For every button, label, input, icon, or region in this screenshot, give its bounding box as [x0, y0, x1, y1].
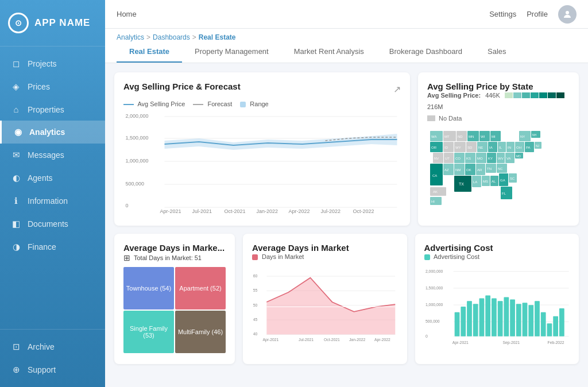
main-content: Home Settings Profile Analytics > Dashbo… [105, 0, 588, 387]
svg-text:MI: MI [492, 135, 496, 138]
svg-text:2,000,000: 2,000,000 [126, 113, 149, 119]
svg-text:UT: UT [445, 157, 450, 160]
treemap-total-label: Total Days in Market: 51 [134, 254, 202, 261]
sidebar-icon: ✉ [10, 150, 22, 160]
svg-text:MD: MD [516, 154, 521, 158]
svg-text:1,000,000: 1,000,000 [425, 303, 443, 307]
bottom-row: Average Days in Marke... ⊞ Total Days in… [114, 234, 579, 364]
breadcrumb: Analytics > Dashboards > Real Estate [105, 29, 588, 41]
card-avg-price: Avg Selling Price & Forecast ↗ Avg Selli… [114, 72, 410, 226]
tab-real-estate[interactable]: Real Estate [117, 41, 182, 63]
svg-text:40: 40 [253, 332, 258, 336]
svg-text:OR: OR [431, 146, 437, 149]
svg-rect-142 [510, 300, 515, 336]
svg-text:MT: MT [444, 135, 450, 138]
treemap-total: ⊞ Total Days in Market: 51 [123, 253, 226, 262]
svg-text:ID: ID [444, 146, 448, 149]
svg-rect-138 [485, 296, 490, 336]
svg-text:AK: AK [433, 190, 438, 194]
svg-text:VA: VA [506, 157, 511, 160]
sidebar-item-label: Agents [28, 173, 53, 183]
sidebar-item-information[interactable]: ℹ Information [0, 189, 105, 212]
tab-brokerage-dashboard[interactable]: Brokerage Dashboard [377, 41, 475, 63]
sidebar-item-label: Analytics [29, 127, 65, 137]
svg-text:WI: WI [481, 135, 485, 138]
svg-text:TX: TX [459, 182, 464, 186]
app-name: APP NAME [34, 17, 90, 29]
advertising-title: Advertising Cost [424, 243, 493, 253]
svg-text:HI: HI [431, 200, 435, 203]
svg-text:1,500,000: 1,500,000 [126, 135, 149, 141]
svg-text:KY: KY [488, 157, 493, 160]
svg-text:500,000: 500,000 [425, 320, 439, 324]
tab-property-management[interactable]: Property Management [182, 41, 281, 63]
sidebar-icon: ◉ [12, 127, 24, 137]
legend-forecast: Forecast [193, 100, 232, 107]
svg-text:1,000,000: 1,000,000 [126, 158, 149, 164]
svg-text:2,000,000: 2,000,000 [425, 269, 443, 273]
sidebar-item-support[interactable]: ⊕ Support [0, 358, 105, 381]
sidebar-icon: ⊕ [10, 365, 22, 375]
svg-text:ND: ND [458, 135, 463, 138]
avg-price-chart: 2,000,000 1,500,000 1,000,000 500,000 0 … [123, 111, 401, 214]
svg-text:Jul-2021: Jul-2021 [192, 208, 212, 214]
expand-button[interactable]: ↗ [393, 84, 401, 95]
svg-text:AZ: AZ [444, 168, 449, 172]
content-header: Analytics > Dashboards > Real Estate Rea… [105, 29, 588, 63]
svg-rect-140 [497, 301, 502, 336]
svg-text:LA: LA [473, 180, 477, 184]
tab-sales[interactable]: Sales [475, 41, 519, 63]
svg-text:1,500,000: 1,500,000 [425, 286, 443, 290]
map-legend: Avg Selling Price: 446K 216M [427, 92, 570, 110]
home-link[interactable]: Home [117, 10, 137, 18]
sidebar-item-documents[interactable]: ◧ Documents [0, 212, 105, 235]
sidebar-item-prices[interactable]: ◈ Prices [0, 75, 105, 98]
top-nav: Home Settings Profile [105, 0, 588, 29]
breadcrumb-sep1: > [146, 33, 150, 41]
sidebar-item-finance[interactable]: ◑ Finance [0, 235, 105, 258]
settings-link[interactable]: Settings [489, 10, 516, 18]
tab-market-rent-analysis[interactable]: Market Rent Analysis [281, 41, 377, 63]
sidebar-item-properties[interactable]: ⌂ Properties [0, 98, 105, 121]
svg-text:Apr-2021: Apr-2021 [263, 338, 279, 342]
svg-text:WY: WY [455, 146, 461, 149]
treemap-singlefamily: Single Family (53) [123, 311, 174, 353]
svg-text:AR: AR [477, 168, 482, 172]
svg-text:AL: AL [492, 180, 496, 183]
map-title: Avg Selling Price by State [427, 82, 533, 91]
sidebar-icon: ◧ [10, 219, 22, 229]
card-advertising: Advertising Cost Advertising Cost 2,000,… [415, 234, 579, 364]
sidebar-item-projects[interactable]: ◻ Projects [0, 52, 105, 75]
user-avatar[interactable] [558, 5, 577, 24]
sidebar-item-label: Finance [28, 242, 56, 251]
svg-text:50: 50 [253, 303, 258, 307]
breadcrumb-analytics[interactable]: Analytics [117, 33, 144, 41]
legend-avg-selling: Avg Selling Price [123, 100, 185, 107]
svg-marker-117 [266, 278, 395, 335]
treemap-title: Average Days in Marke... [123, 243, 225, 253]
svg-text:Sep-2021: Sep-2021 [502, 341, 520, 346]
svg-text:IA: IA [489, 146, 493, 149]
map-no-data: No Data [427, 115, 570, 122]
breadcrumb-sep2: > [192, 33, 196, 41]
svg-text:Apr-2022: Apr-2022 [374, 338, 390, 342]
breadcrumb-dashboards[interactable]: Dashboards [153, 33, 190, 41]
sidebar-icon: ⌂ [10, 105, 22, 114]
sidebar-item-archive[interactable]: ⊡ Archive [0, 335, 105, 358]
sidebar-item-messages[interactable]: ✉ Messages [0, 144, 105, 167]
svg-text:NH: NH [532, 133, 537, 137]
treemap-grid: Townhouse (54) Apartment (52) Single Fam… [123, 267, 226, 353]
no-data-box [427, 115, 435, 121]
profile-link[interactable]: Profile [527, 10, 548, 18]
sidebar-item-analytics[interactable]: ◉ Analytics [0, 121, 105, 144]
sidebar-item-agents[interactable]: ◐ Agents [0, 167, 105, 189]
sidebar-item-label: Support [28, 365, 56, 374]
svg-text:TN: TN [487, 167, 492, 171]
treemap-multifamily: MultiFamily (46) [175, 311, 226, 353]
sidebar-item-label: Properties [28, 105, 64, 114]
sidebar-icon: ◈ [10, 82, 22, 92]
svg-rect-139 [492, 299, 497, 336]
svg-text:SC: SC [510, 177, 515, 180]
days-line-legend: Days in Market [252, 253, 398, 260]
svg-text:GA: GA [500, 179, 505, 182]
